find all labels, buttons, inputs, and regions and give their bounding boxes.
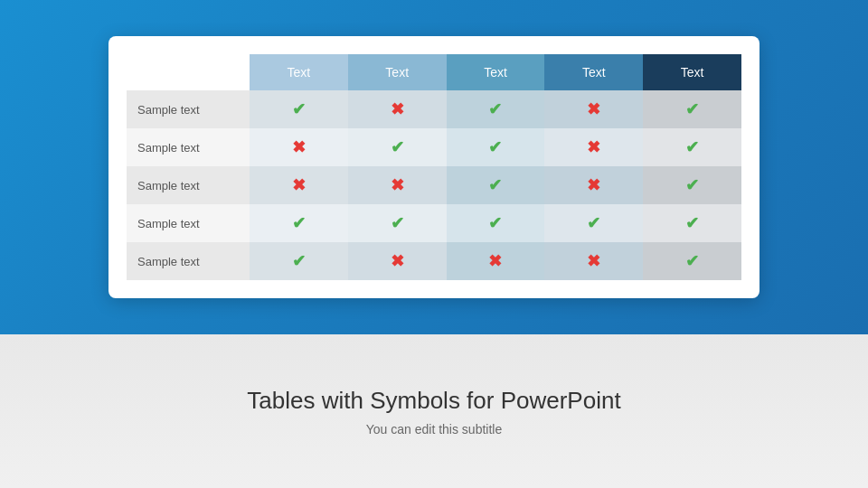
- cell-r4-c3: ✖: [544, 242, 643, 280]
- cell-r3-c2: ✔: [447, 204, 545, 242]
- cell-r4-c0: ✔: [250, 242, 348, 280]
- cell-r2-c0: ✖: [250, 166, 348, 204]
- header-col-5: Text: [643, 54, 741, 90]
- cross-icon: ✖: [587, 176, 600, 194]
- header-empty: [127, 54, 250, 90]
- cell-r1-c0: ✖: [250, 128, 348, 166]
- cell-r2-c1: ✖: [348, 166, 447, 204]
- cross-icon: ✖: [391, 100, 404, 118]
- row-label: Sample text: [127, 204, 250, 242]
- cell-r2-c4: ✔: [643, 166, 741, 204]
- check-icon: ✔: [488, 214, 502, 232]
- table-row: Sample text✔✖✖✖✔: [127, 242, 741, 280]
- check-icon: ✔: [292, 100, 306, 118]
- top-section: Text Text Text Text Text Sample text✔✖✔✖…: [0, 0, 868, 334]
- cell-r3-c0: ✔: [250, 204, 348, 242]
- cross-icon: ✖: [292, 176, 306, 194]
- cell-r1-c4: ✔: [643, 128, 741, 166]
- cell-r0-c0: ✔: [250, 90, 348, 128]
- cross-icon: ✖: [488, 252, 502, 270]
- check-icon: ✔: [587, 214, 600, 232]
- check-icon: ✔: [391, 138, 404, 156]
- table-row: Sample text✖✖✔✖✔: [127, 166, 741, 204]
- header-col-3: Text: [447, 54, 545, 90]
- check-icon: ✔: [685, 138, 699, 156]
- table-row: Sample text✔✖✔✖✔: [127, 90, 741, 128]
- check-icon: ✔: [685, 100, 699, 118]
- page-subtitle: You can edit this subtitle: [366, 422, 502, 436]
- bottom-section: Tables with Symbols for PowerPoint You c…: [0, 334, 868, 488]
- cell-r3-c4: ✔: [643, 204, 741, 242]
- cell-r0-c2: ✔: [447, 90, 545, 128]
- header-col-1: Text: [250, 54, 348, 90]
- cross-icon: ✖: [391, 252, 404, 270]
- cross-icon: ✖: [587, 252, 600, 270]
- page-title: Tables with Symbols for PowerPoint: [247, 387, 620, 415]
- row-label: Sample text: [127, 166, 250, 204]
- cell-r1-c1: ✔: [348, 128, 447, 166]
- check-icon: ✔: [391, 214, 404, 232]
- cell-r4-c2: ✖: [447, 242, 545, 280]
- cross-icon: ✖: [587, 100, 600, 118]
- cross-icon: ✖: [587, 138, 600, 156]
- table-row: Sample text✖✔✔✖✔: [127, 128, 741, 166]
- cell-r2-c3: ✖: [544, 166, 643, 204]
- cell-r0-c3: ✖: [544, 90, 643, 128]
- cell-r2-c2: ✔: [447, 166, 545, 204]
- row-label: Sample text: [127, 128, 250, 166]
- cell-r3-c1: ✔: [348, 204, 447, 242]
- check-icon: ✔: [685, 252, 699, 270]
- check-icon: ✔: [685, 176, 699, 194]
- check-icon: ✔: [685, 214, 699, 232]
- cell-r0-c1: ✖: [348, 90, 447, 128]
- cell-r0-c4: ✔: [643, 90, 741, 128]
- table-card: Text Text Text Text Text Sample text✔✖✔✖…: [108, 36, 760, 298]
- cell-r1-c2: ✔: [447, 128, 545, 166]
- check-icon: ✔: [488, 176, 502, 194]
- header-col-2: Text: [348, 54, 447, 90]
- cross-icon: ✖: [391, 176, 404, 194]
- header-col-4: Text: [544, 54, 643, 90]
- cell-r4-c1: ✖: [348, 242, 447, 280]
- row-label: Sample text: [127, 90, 250, 128]
- cross-icon: ✖: [292, 138, 306, 156]
- check-icon: ✔: [292, 214, 306, 232]
- table-row: Sample text✔✔✔✔✔: [127, 204, 741, 242]
- check-icon: ✔: [488, 138, 502, 156]
- cell-r3-c3: ✔: [544, 204, 643, 242]
- check-icon: ✔: [292, 252, 306, 270]
- cell-r4-c4: ✔: [643, 242, 741, 280]
- comparison-table: Text Text Text Text Text Sample text✔✖✔✖…: [127, 54, 741, 280]
- check-icon: ✔: [488, 100, 502, 118]
- row-label: Sample text: [127, 242, 250, 280]
- cell-r1-c3: ✖: [544, 128, 643, 166]
